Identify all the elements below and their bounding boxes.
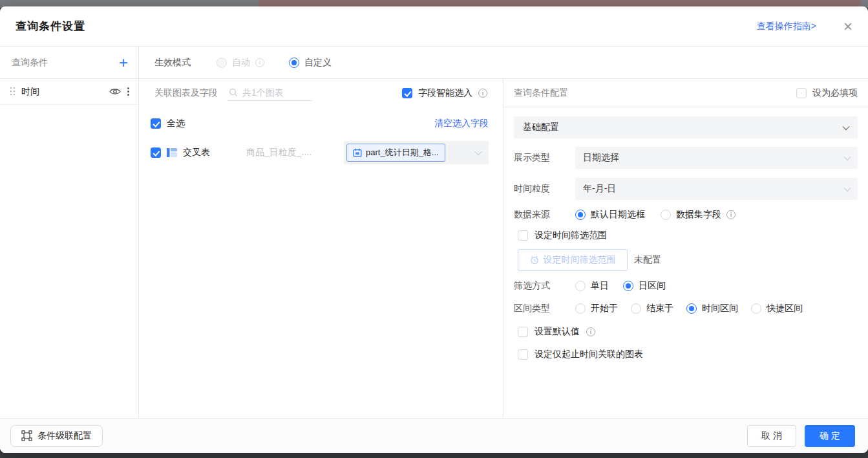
radio-end-at[interactable] (631, 303, 641, 314)
filter-mode-option-single[interactable]: 单日 (575, 280, 609, 292)
condition-config-panel: 查询条件配置 设为必填项 基础配置 展示类型 (503, 79, 868, 418)
radio-time-range-label: 时间区间 (702, 303, 738, 314)
filter-mode-option-range[interactable]: 日区间 (623, 280, 666, 292)
sidebar-header: 查询条件 + (0, 47, 138, 79)
default-value-label: 设置默认值 (535, 326, 580, 338)
effect-mode-row: 生效模式 自动 i 自定义 (139, 47, 868, 79)
required-checkbox[interactable] (796, 88, 807, 98)
default-value-row[interactable]: 设置默认值 i (503, 326, 868, 338)
radio-single-day-label: 单日 (591, 280, 609, 292)
interval-option-start[interactable]: 开始于 (575, 303, 618, 314)
footer-actions: 取 消 确 定 (747, 425, 855, 447)
eye-icon[interactable] (109, 87, 121, 96)
screen: 查询条件设置 查看操作指南> × 查询条件 + 时间 (0, 0, 868, 458)
info-icon: i (478, 89, 487, 98)
time-range-checkbox-row[interactable]: 设定时间筛选范围 (503, 230, 868, 241)
condition-config-header: 查询条件配置 设为必填项 (503, 79, 868, 107)
smart-select-checkbox[interactable] (402, 88, 412, 98)
info-icon: i (586, 327, 595, 336)
confirm-button[interactable]: 确 定 (805, 425, 855, 447)
radio-day-range[interactable] (623, 281, 633, 291)
data-source-option-default[interactable]: 默认日期选框 (575, 209, 645, 221)
smart-select-label: 字段智能选入 (418, 87, 472, 99)
field-tag-label: part_统计日期_格... (366, 147, 439, 158)
cancel-button[interactable]: 取 消 (747, 425, 796, 447)
sidebar-item-time[interactable]: 时间 (0, 79, 138, 105)
chevron-down-icon (843, 184, 851, 191)
guide-link[interactable]: 查看操作指南> (757, 21, 816, 32)
select-all-label: 全选 (167, 118, 185, 129)
chart-row-checkbox[interactable] (151, 147, 161, 158)
effect-mode-option-custom[interactable]: 自定义 (289, 57, 332, 69)
chart-type-label: 交叉表 (183, 147, 210, 158)
radio-quick-range[interactable] (751, 303, 761, 314)
radio-end-at-label: 结束于 (646, 303, 673, 314)
radio-auto-label: 自动 (232, 57, 250, 69)
chart-row: 交叉表 商品_日粒度_.... (139, 141, 503, 164)
time-range-checkbox-label: 设定时间筛选范围 (535, 230, 607, 241)
sidebar-item-actions (109, 87, 129, 96)
radio-start-at[interactable] (575, 303, 586, 314)
chevron-down-icon (843, 153, 851, 160)
select-all-checkbox[interactable] (151, 118, 161, 129)
cascade-icon (21, 430, 32, 441)
interval-option-quick[interactable]: 快捷区间 (751, 303, 803, 314)
radio-time-range[interactable] (686, 303, 697, 314)
query-condition-settings-modal: 查询条件设置 查看操作指南> × 查询条件 + 时间 (0, 6, 868, 453)
filter-mode-row: 筛选方式 单日 日区间 (503, 280, 868, 292)
radio-day-range-label: 日区间 (639, 280, 666, 292)
display-type-value: 日期选择 (583, 152, 619, 164)
modal-footer: 条件级联配置 取 消 确 定 (0, 418, 868, 453)
effect-mode-option-auto[interactable]: 自动 i (217, 57, 264, 69)
data-source-option-dataset[interactable]: 数据集字段 i (661, 209, 736, 221)
radio-auto[interactable] (217, 58, 227, 68)
link-charts-label: 设定仅起止时间关联的图表 (535, 349, 643, 360)
chevron-down-icon (474, 148, 482, 155)
columns: 关联图表及字段 字段智能选入 i (139, 79, 868, 418)
interval-type-label: 区间类型 (514, 303, 575, 314)
field-tag[interactable]: part_统计日期_格... (346, 144, 445, 162)
cascade-config-button[interactable]: 条件级联配置 (10, 425, 103, 447)
drag-handle-icon[interactable] (10, 87, 16, 96)
close-icon[interactable]: × (843, 19, 852, 34)
smart-select-group[interactable]: 字段智能选入 i (402, 87, 487, 99)
granularity-row: 时间粒度 年-月-日 (503, 178, 868, 200)
default-value-checkbox[interactable] (518, 327, 528, 337)
granularity-value: 年-月-日 (583, 183, 616, 195)
interval-option-end[interactable]: 结束于 (631, 303, 673, 314)
radio-quick-range-label: 快捷区间 (767, 303, 803, 314)
radio-dataset-field[interactable] (661, 210, 671, 220)
info-icon: i (255, 58, 264, 67)
more-menu-icon[interactable] (127, 87, 129, 96)
chart-search-input[interactable] (242, 87, 307, 98)
modal-header: 查询条件设置 查看操作指南> × (0, 6, 868, 47)
basic-config-title: 基础配置 (523, 122, 559, 133)
required-group[interactable]: 设为必填项 (796, 87, 858, 99)
modal-title: 查询条件设置 (16, 19, 85, 34)
time-range-checkbox[interactable] (518, 230, 528, 241)
radio-default-datepicker[interactable] (575, 210, 586, 220)
display-type-select[interactable]: 日期选择 (575, 147, 858, 169)
radio-custom[interactable] (289, 58, 299, 68)
chart-search[interactable] (228, 86, 313, 101)
set-time-range-button[interactable]: 设定时间筛选范围 (518, 249, 628, 271)
radio-start-at-label: 开始于 (591, 303, 618, 314)
granularity-select[interactable]: 年-月-日 (575, 178, 858, 200)
radio-single-day[interactable] (575, 281, 586, 291)
cascade-config-label: 条件级联配置 (37, 430, 92, 442)
sidebar-item-label: 时间 (21, 86, 39, 98)
content: 生效模式 自动 i 自定义 关联图表及字段 (139, 47, 868, 418)
link-charts-checkbox[interactable] (518, 349, 528, 360)
data-source-label: 数据来源 (514, 209, 575, 221)
link-charts-row[interactable]: 设定仅起止时间关联的图表 (503, 349, 868, 360)
filter-mode-label: 筛选方式 (514, 280, 575, 292)
interval-option-range[interactable]: 时间区间 (686, 303, 738, 314)
radio-default-datepicker-label: 默认日期选框 (591, 209, 645, 221)
add-condition-button[interactable]: + (119, 55, 128, 71)
field-select[interactable]: part_统计日期_格... (344, 141, 489, 164)
radio-dataset-field-label: 数据集字段 (676, 209, 721, 221)
clear-fields-link[interactable]: 清空选入字段 (434, 118, 489, 129)
select-all-row: 全选 清空选入字段 (139, 118, 503, 129)
basic-config-section[interactable]: 基础配置 (514, 116, 858, 138)
modal-body: 查询条件 + 时间 (0, 47, 868, 418)
